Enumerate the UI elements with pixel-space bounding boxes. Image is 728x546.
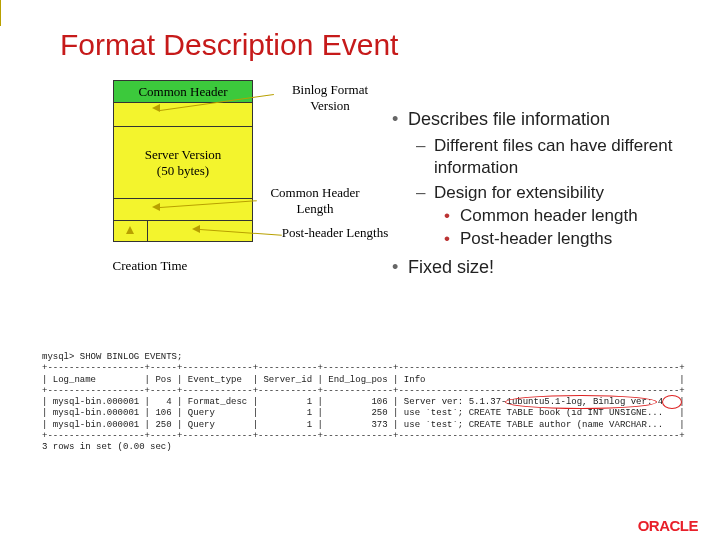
- arrow-head-icon: [152, 203, 160, 211]
- label-post-header-lengths: Post-header Lengths: [280, 225, 390, 241]
- bullet-item: Describes file information Different fil…: [392, 108, 712, 250]
- bullet-text: Design for extensibility: [434, 183, 604, 202]
- server-version-label: Server Version: [145, 147, 222, 163]
- arrow-line: [0, 0, 1, 26]
- bullet-item: Common header length: [444, 205, 712, 226]
- highlight-circle-icon: [662, 395, 682, 409]
- oracle-logo: ORACLE: [638, 517, 698, 534]
- bullet-list: Describes file information Different fil…: [392, 108, 712, 285]
- highlight-circle-icon: [505, 395, 657, 409]
- server-version-cell: Server Version (50 bytes): [113, 126, 253, 198]
- server-version-size: (50 bytes): [157, 163, 209, 179]
- event-layout-diagram: Common Header Server Version (50 bytes): [113, 80, 253, 242]
- bullet-text: Describes file information: [408, 109, 610, 129]
- bullet-item: Post-header lengths: [444, 228, 712, 249]
- label-binlog-format-version: Binlog Format Version: [275, 82, 385, 114]
- common-header-cell: Common Header: [113, 80, 253, 102]
- label-creation-time: Creation Time: [105, 258, 195, 274]
- arrow-head-icon: [192, 225, 200, 233]
- label-common-header-length: Common Header Length: [255, 185, 375, 217]
- slide-title: Format Description Event: [60, 28, 398, 62]
- bullet-item: Fixed size!: [392, 256, 712, 279]
- arrow-head-icon: [126, 226, 134, 234]
- binlog-format-version-cell: [113, 102, 253, 126]
- arrow-head-icon: [152, 104, 160, 112]
- bullet-item: Design for extensibility Common header l…: [416, 182, 712, 250]
- bullet-item: Different files can have different infor…: [416, 135, 712, 178]
